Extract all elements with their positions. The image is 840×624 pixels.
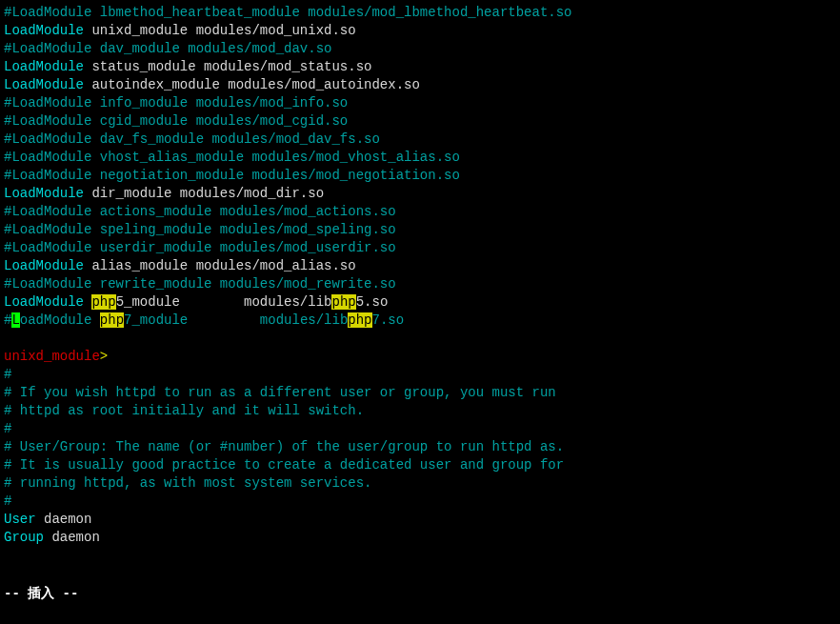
vim-mode-status: -- 插入 -- xyxy=(4,585,836,603)
editor-line: # running httpd, as with most system ser… xyxy=(4,474,836,493)
editor-line: # It is usually good practice to create … xyxy=(4,456,836,474)
editor-line: #LoadModule lbmethod_heartbeat_module mo… xyxy=(4,4,836,22)
editor-line: LoadModule autoindex_module modules/mod_… xyxy=(4,76,836,94)
editor-line: #LoadModule php7_module modules/libphp7.… xyxy=(4,312,836,330)
editor-line xyxy=(4,565,836,583)
editor-line: #LoadModule cgid_module modules/mod_cgid… xyxy=(4,112,836,131)
editor-line: #LoadModule rewrite_module modules/mod_r… xyxy=(4,275,836,293)
editor-line: # User/Group: The name (or #number) of t… xyxy=(4,438,836,456)
editor-line: LoadModule dir_module modules/mod_dir.so xyxy=(4,185,836,203)
editor-line: #LoadModule info_module modules/mod_info… xyxy=(4,94,836,112)
editor-line: # httpd as root initially and it will sw… xyxy=(4,402,836,420)
terminal-editor[interactable]: #LoadModule lbmethod_heartbeat_module mo… xyxy=(4,4,836,583)
editor-line: #LoadModule vhost_alias_module modules/m… xyxy=(4,149,836,167)
editor-line: Group daemon xyxy=(4,529,836,547)
editor-line xyxy=(4,547,836,565)
editor-line: #LoadModule actions_module modules/mod_a… xyxy=(4,203,836,221)
editor-line: #LoadModule userdir_module modules/mod_u… xyxy=(4,239,836,257)
cursor: L xyxy=(11,312,19,328)
editor-line: unixd_module> xyxy=(4,348,836,366)
editor-line: # xyxy=(4,366,836,384)
editor-line: # xyxy=(4,493,836,511)
editor-line: #LoadModule dav_fs_module modules/mod_da… xyxy=(4,131,836,149)
editor-line xyxy=(4,330,836,348)
editor-line: # If you wish httpd to run as a differen… xyxy=(4,384,836,402)
editor-line: #LoadModule speling_module modules/mod_s… xyxy=(4,221,836,239)
editor-line: #LoadModule dav_module modules/mod_dav.s… xyxy=(4,40,836,58)
editor-line: # xyxy=(4,420,836,438)
editor-line: LoadModule status_module modules/mod_sta… xyxy=(4,58,836,76)
editor-line: LoadModule unixd_module modules/mod_unix… xyxy=(4,22,836,40)
editor-line: User daemon xyxy=(4,511,836,529)
editor-line: #LoadModule negotiation_module modules/m… xyxy=(4,167,836,185)
editor-line: LoadModule php5_module modules/libphp5.s… xyxy=(4,293,836,312)
editor-line: LoadModule alias_module modules/mod_alia… xyxy=(4,257,836,275)
